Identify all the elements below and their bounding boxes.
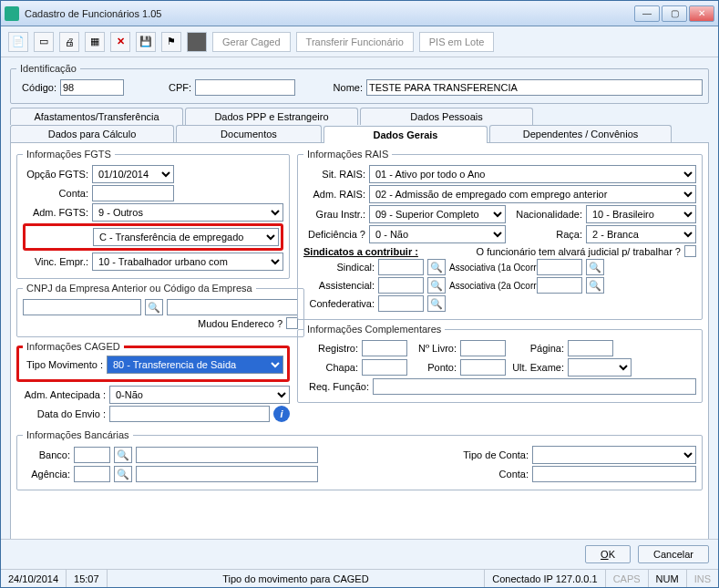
fgts-legend: Informações FGTS bbox=[23, 149, 115, 160]
identificacao-group: Identificação Código: CPF: Nome: bbox=[10, 63, 709, 104]
tipo-movimento-select[interactable]: 80 - Transferencia de Saida bbox=[107, 356, 283, 374]
adm-rais-label: Adm. RAIS: bbox=[303, 189, 365, 200]
confederativa-input[interactable] bbox=[378, 295, 424, 312]
sit-rais-select[interactable]: 01 - Ativo por todo o Ano bbox=[369, 165, 696, 183]
codigo-input[interactable] bbox=[60, 79, 124, 96]
close-button[interactable]: ✕ bbox=[689, 5, 714, 22]
assoc1-input[interactable] bbox=[537, 259, 582, 275]
sindical-input[interactable] bbox=[378, 259, 424, 275]
grau-instr-select[interactable]: 09 - Superior Completo bbox=[369, 205, 506, 223]
status-num: NUM bbox=[649, 570, 687, 587]
conta-banco-input[interactable] bbox=[532, 466, 696, 482]
confederativa-label: Confederativa: bbox=[303, 298, 375, 309]
banco-search-icon[interactable]: 🔍 bbox=[114, 447, 132, 463]
req-funcao-input[interactable] bbox=[373, 378, 696, 395]
pis-em-lote-button[interactable]: PIS em Lote bbox=[419, 32, 495, 52]
sindical-label: Sindical: bbox=[303, 262, 375, 273]
ponto-input[interactable] bbox=[460, 359, 506, 376]
mudou-endereco-label: Mudou Endereco ? bbox=[198, 318, 282, 329]
minimize-button[interactable]: — bbox=[634, 5, 660, 22]
banco-input[interactable] bbox=[74, 447, 110, 463]
assoc1-search-icon[interactable]: 🔍 bbox=[586, 259, 604, 275]
deficiencia-label: Deficiência ? bbox=[303, 229, 365, 240]
chapa-input[interactable] bbox=[362, 359, 407, 376]
info-icon[interactable]: i bbox=[273, 406, 290, 422]
sindicatos-link[interactable]: Sindicatos a contribuir : bbox=[303, 246, 418, 257]
gerar-caged-button[interactable]: Gerar Caged bbox=[212, 32, 291, 52]
tab-dependentes[interactable]: Dependentes / Convênios bbox=[489, 125, 672, 142]
bancarias-group: Informações Bancárias Banco: 🔍 Tipo de C… bbox=[16, 429, 703, 490]
assistencial-label: Assistencial: bbox=[303, 280, 375, 291]
nacionalidade-select[interactable]: 10 - Brasileiro bbox=[586, 205, 696, 223]
rais-group: Informações RAIS Sit. RAIS: 01 - Ativo p… bbox=[297, 149, 703, 320]
codigo-label: Código: bbox=[16, 82, 56, 93]
transferencia-highlight: C - Transferência de empregado bbox=[23, 223, 283, 251]
alvara-checkbox[interactable] bbox=[684, 245, 696, 257]
livro-label: Nº Livro: bbox=[411, 343, 457, 354]
status-connection: Conectado IP 127.0.0.1 bbox=[485, 570, 605, 587]
tab-pessoais[interactable]: Dados Pessoais bbox=[360, 108, 533, 125]
caged-highlight-group: Informações CAGED Tipo Movimento : 80 - … bbox=[16, 341, 290, 382]
bancarias-legend: Informações Bancárias bbox=[23, 429, 133, 440]
tool-grid-icon[interactable]: ▦ bbox=[85, 32, 105, 52]
cpf-input[interactable] bbox=[195, 79, 295, 96]
chapa-label: Chapa: bbox=[303, 362, 358, 373]
banco-desc-input[interactable] bbox=[136, 447, 318, 463]
tipo-conta-label: Tipo de Conta: bbox=[452, 449, 529, 460]
tool-blank-icon[interactable]: ▭ bbox=[34, 32, 54, 52]
cnpj-input[interactable] bbox=[23, 299, 141, 315]
assistencial-search-icon[interactable]: 🔍 bbox=[427, 277, 446, 294]
status-time: 15:07 bbox=[67, 570, 108, 587]
cpf-label: CPF: bbox=[146, 82, 191, 93]
assoc2-search-icon[interactable]: 🔍 bbox=[586, 277, 604, 294]
maximize-button[interactable]: ▢ bbox=[662, 5, 687, 22]
tool-flag-icon[interactable]: ⚑ bbox=[161, 32, 181, 52]
cnpj-search-icon[interactable]: 🔍 bbox=[145, 299, 163, 315]
tab-documentos[interactable]: Documentos bbox=[176, 125, 322, 142]
cancel-button[interactable]: Cancelar bbox=[638, 545, 709, 563]
ok-button[interactable]: OK bbox=[585, 545, 631, 563]
raca-select[interactable]: 2 - Branca bbox=[586, 225, 696, 243]
transferir-funcionario-button[interactable]: Transferir Funcionário bbox=[296, 32, 414, 52]
tab-gerais[interactable]: Dados Gerais bbox=[324, 126, 488, 143]
adm-fgts-select[interactable]: 9 - Outros bbox=[92, 203, 283, 222]
agencia-input[interactable] bbox=[74, 466, 110, 482]
agencia-desc-input[interactable] bbox=[136, 466, 318, 482]
tipo-conta-select[interactable] bbox=[532, 446, 696, 464]
tool-delete-icon[interactable]: ✕ bbox=[110, 32, 130, 52]
tab-ppp[interactable]: Dados PPP e Estrangeiro bbox=[185, 108, 358, 125]
transferencia-select[interactable]: C - Transferência de empregado bbox=[93, 228, 279, 246]
tab-afastamentos[interactable]: Afastamentos/Transferência bbox=[10, 108, 183, 125]
ponto-label: Ponto: bbox=[411, 362, 457, 373]
req-funcao-label: Req. Função: bbox=[303, 381, 369, 392]
ult-exame-select[interactable] bbox=[568, 358, 632, 377]
sit-rais-label: Sit. RAIS: bbox=[303, 169, 365, 180]
opcao-fgts-select[interactable]: 01/10/2014 bbox=[92, 165, 174, 183]
tool-dark-icon[interactable] bbox=[187, 32, 207, 52]
assoc2-input[interactable] bbox=[537, 277, 582, 294]
sindical-search-icon[interactable]: 🔍 bbox=[427, 259, 446, 275]
fgts-group: Informações FGTS Opção FGTS: 01/10/2014 … bbox=[16, 149, 290, 279]
deficiencia-select[interactable]: 0 - Não bbox=[369, 225, 506, 243]
vinc-empr-select[interactable]: 10 - Trabalhador urbano com bbox=[92, 253, 283, 271]
tab-calculo[interactable]: Dados para Cálculo bbox=[10, 125, 174, 142]
registro-input[interactable] bbox=[362, 340, 407, 356]
pagina-input[interactable] bbox=[568, 340, 613, 356]
agencia-search-icon[interactable]: 🔍 bbox=[114, 466, 132, 482]
livro-input[interactable] bbox=[460, 340, 506, 356]
nome-input[interactable] bbox=[366, 79, 703, 96]
tab-body: Informações FGTS Opção FGTS: 01/10/2014 … bbox=[10, 142, 709, 539]
assistencial-input[interactable] bbox=[378, 277, 424, 294]
adm-antecipada-select[interactable]: 0-Não bbox=[109, 386, 290, 404]
conta-fgts-input[interactable] bbox=[92, 185, 174, 201]
complementares-legend: Informações Complementares bbox=[303, 324, 445, 335]
adm-rais-select[interactable]: 02 - Admissão de empregado com emprego a… bbox=[369, 185, 696, 203]
cnpj-desc-input[interactable] bbox=[167, 299, 298, 315]
tool-print-icon[interactable]: 🖨 bbox=[59, 32, 79, 52]
cnpj-legend: CNPJ da Empresa Anterior ou Código da Em… bbox=[23, 283, 256, 294]
confederativa-search-icon[interactable]: 🔍 bbox=[427, 295, 446, 312]
statusbar: 24/10/2014 15:07 Tipo do movimento para … bbox=[1, 569, 718, 587]
data-envio-input[interactable] bbox=[109, 406, 270, 422]
tool-new-icon[interactable]: 📄 bbox=[8, 32, 28, 52]
tool-save-icon[interactable]: 💾 bbox=[136, 32, 156, 52]
